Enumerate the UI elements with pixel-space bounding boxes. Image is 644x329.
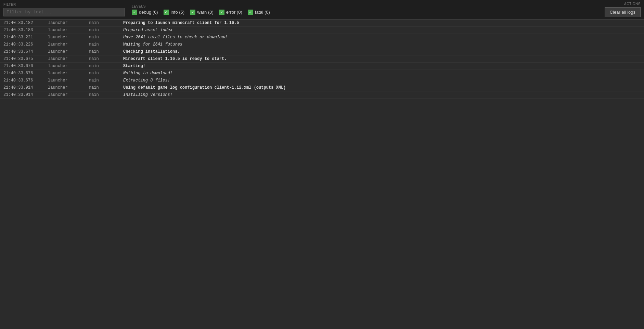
filter-input[interactable]	[3, 8, 125, 16]
log-thread: main	[89, 21, 123, 25]
log-time: 21:40:33.914	[3, 92, 48, 97]
actions-label: ACTIONS	[624, 2, 641, 6]
log-source: launcher	[48, 64, 89, 68]
log-thread: main	[89, 78, 123, 83]
log-source: launcher	[48, 35, 89, 40]
clear-all-logs-button[interactable]: Clear all logs	[605, 7, 641, 17]
log-source: launcher	[48, 28, 89, 33]
log-source: launcher	[48, 71, 89, 76]
level-label-error: error (0)	[226, 10, 242, 15]
log-message: Installing versions!	[123, 92, 641, 97]
log-thread: main	[89, 71, 123, 76]
log-source: launcher	[48, 42, 89, 47]
log-source: launcher	[48, 85, 89, 90]
log-container: 21:40:33.182launchermainPreparing to lau…	[0, 20, 644, 99]
log-message: Checking installations.	[123, 49, 641, 54]
log-thread: main	[89, 35, 123, 40]
log-time: 21:40:33.676	[3, 71, 48, 76]
level-item-error[interactable]: error (0)	[219, 10, 242, 15]
log-time: 21:40:33.221	[3, 35, 48, 40]
level-checkbox-fatal[interactable]	[248, 10, 253, 15]
log-thread: main	[89, 92, 123, 97]
level-label-debug: debug (6)	[139, 10, 158, 15]
log-thread: main	[89, 56, 123, 61]
log-thread: main	[89, 28, 123, 33]
log-row: 21:40:33.675launchermainMinecraft client…	[0, 55, 644, 63]
log-time: 21:40:33.226	[3, 42, 48, 47]
log-source: launcher	[48, 92, 89, 97]
levels-label: LEVELS	[132, 4, 598, 8]
log-message: Extracting 8 files!	[123, 78, 641, 83]
log-time: 21:40:33.676	[3, 78, 48, 83]
log-row: 21:40:33.674launchermainChecking install…	[0, 48, 644, 55]
filter-section: FILTER	[3, 3, 125, 16]
log-thread: main	[89, 42, 123, 47]
level-item-fatal[interactable]: fatal (0)	[248, 10, 270, 15]
levels-section: LEVELS debug (6)info (5)warn (0)error (0…	[125, 4, 605, 15]
level-checkbox-warn[interactable]	[190, 10, 195, 15]
log-time: 21:40:33.675	[3, 56, 48, 61]
log-time: 21:40:33.914	[3, 85, 48, 90]
log-row: 21:40:33.676launchermainStarting!	[0, 63, 644, 70]
log-row: 21:40:33.914launchermainInstalling versi…	[0, 91, 644, 99]
actions-section: ACTIONS Clear all logs	[605, 2, 641, 17]
level-item-warn[interactable]: warn (0)	[190, 10, 214, 15]
log-row: 21:40:33.183launchermainPrepared asset i…	[0, 27, 644, 34]
level-checkbox-error[interactable]	[219, 10, 224, 15]
log-row: 21:40:33.676launchermainNothing to downl…	[0, 70, 644, 77]
log-message: Starting!	[123, 64, 641, 68]
log-message: Prepared asset index	[123, 28, 641, 33]
log-message: Waiting for 2641 futures	[123, 42, 641, 47]
log-source: launcher	[48, 49, 89, 54]
log-message: Nothing to download!	[123, 71, 641, 76]
log-message: Using default game log configuration cli…	[123, 85, 641, 90]
level-checkbox-debug[interactable]	[132, 10, 137, 15]
log-source: launcher	[48, 56, 89, 61]
filter-label: FILTER	[3, 3, 125, 7]
log-row: 21:40:33.182launchermainPreparing to lau…	[0, 20, 644, 27]
log-time: 21:40:33.183	[3, 28, 48, 33]
log-time: 21:40:33.674	[3, 49, 48, 54]
log-thread: main	[89, 64, 123, 68]
log-row: 21:40:33.226launchermainWaiting for 2641…	[0, 41, 644, 48]
log-thread: main	[89, 49, 123, 54]
toolbar: FILTER LEVELS debug (6)info (5)warn (0)e…	[0, 0, 644, 20]
log-source: launcher	[48, 78, 89, 83]
log-time: 21:40:33.676	[3, 64, 48, 68]
levels-items: debug (6)info (5)warn (0)error (0)fatal …	[132, 10, 598, 15]
log-thread: main	[89, 85, 123, 90]
level-checkbox-info[interactable]	[164, 10, 169, 15]
level-item-info[interactable]: info (5)	[164, 10, 184, 15]
log-row: 21:40:33.914launchermainUsing default ga…	[0, 84, 644, 91]
level-label-warn: warn (0)	[197, 10, 214, 15]
log-source: launcher	[48, 21, 89, 25]
log-time: 21:40:33.182	[3, 21, 48, 25]
log-message: Minecraft client 1.16.5 is ready to star…	[123, 56, 641, 61]
log-row: 21:40:33.676launchermainExtracting 8 fil…	[0, 77, 644, 84]
level-label-info: info (5)	[171, 10, 184, 15]
level-label-fatal: fatal (0)	[255, 10, 270, 15]
log-message: Preparing to launch minecraft client for…	[123, 21, 641, 25]
log-row: 21:40:33.221launchermainHave 2641 total …	[0, 34, 644, 41]
level-item-debug[interactable]: debug (6)	[132, 10, 158, 15]
log-message: Have 2641 total files to check or downlo…	[123, 35, 641, 40]
